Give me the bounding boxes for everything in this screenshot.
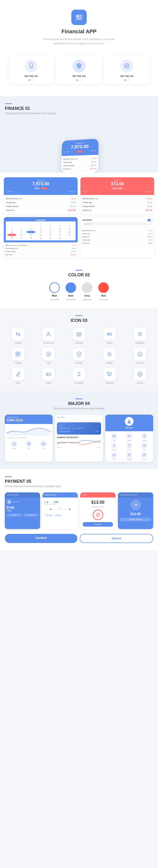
weekday: T	[27, 223, 36, 224]
svg-point-46	[143, 454, 145, 456]
calendar-screen: JANUARY S M T W T F S 1	[4, 217, 78, 258]
pay-action-btn2[interactable]: Request	[23, 514, 38, 517]
pay-action-btn[interactable]: Send	[7, 514, 22, 517]
security-icon-small	[128, 444, 131, 447]
cal-row-label: Bank Cash	[5, 254, 12, 255]
svg-point-45	[130, 456, 130, 456]
act-title: ACTIVITY	[82, 219, 92, 221]
cal-row-val: -$7.35	[72, 245, 76, 246]
icon-label: Tickets	[106, 342, 112, 344]
icon-box: %	[134, 348, 146, 361]
sc-row: Transfer App+$7.30	[82, 201, 152, 205]
integral-icon	[15, 351, 21, 357]
cal-day: 25	[65, 234, 74, 236]
act-row-val: -$,057.06	[147, 236, 153, 238]
personal-item-label: Shopping	[127, 459, 132, 460]
svg-rect-25	[46, 373, 51, 376]
weekday: S	[65, 223, 74, 224]
confirm-button[interactable]: Confirm	[5, 534, 77, 543]
cancel-button[interactable]: Cancel	[80, 534, 153, 543]
sc-row: Creative Studios+$17.00	[6, 205, 76, 208]
cal-day	[7, 225, 16, 227]
weekday: S	[7, 223, 16, 224]
row-label: Amazon Inc	[63, 168, 71, 170]
accent-bar	[75, 315, 83, 316]
personal-item: Card	[107, 433, 121, 441]
personal-item: Shopping	[122, 452, 136, 460]
phone-row: Amazon Inc-$377.00	[63, 167, 96, 171]
icon-item-exchange: Exchange	[66, 368, 92, 384]
color-item-grey: Grey #E0E0E0	[82, 282, 92, 301]
cal-day: 22	[36, 234, 45, 236]
card-screen-body: VISA 4200 •••• •••• 5678 CARD HOLDER 12/…	[55, 421, 103, 451]
icon-item-discount: % Discount	[126, 348, 153, 364]
accent-bar	[5, 103, 12, 104]
loan-icon: ¥	[45, 351, 52, 357]
transfer-icon-circle	[130, 499, 141, 510]
cal-day: 20	[17, 234, 26, 236]
major-icon-circle	[26, 440, 32, 447]
icon-label: Collection	[136, 342, 144, 344]
cal-day: 5	[7, 228, 16, 230]
svg-point-27	[50, 374, 50, 375]
sc-row: Transfer App+$1.30	[6, 201, 76, 205]
card-val2: 16,847	[96, 447, 101, 448]
payment05-desc: Choose financial investment advisers, pr…	[5, 485, 153, 488]
finance01-section: FINANCE 01 Choose good investment advise…	[0, 96, 158, 173]
svg-text:$: $	[79, 65, 80, 67]
cal-day: 2	[46, 225, 55, 227]
dot	[128, 80, 129, 81]
sc-amount: 7,973.00	[6, 181, 75, 186]
icon-box	[134, 368, 146, 380]
personal-grid: Card Transfer Settings	[106, 431, 153, 462]
cal-row: Galaxy Watch 2021+$5.55	[5, 247, 76, 250]
app-description: Choose good investment advisers and comp…	[41, 37, 117, 45]
act-toggle[interactable]	[148, 219, 152, 221]
act-search[interactable]: SEARCH	[82, 222, 152, 225]
svg-rect-13	[77, 333, 81, 336]
major04-title: MAJOR 04	[5, 401, 153, 406]
pay-now-btn[interactable]: Pay Now	[83, 522, 113, 527]
svg-rect-1	[77, 16, 79, 17]
card-item-3: ON THE GO	[105, 55, 149, 84]
cal-day	[27, 225, 36, 227]
spend-footer-label: LAST WEEK CONSUMPTION	[7, 437, 26, 438]
act-row-label: Transfer App	[82, 233, 90, 235]
sc-row-val: +$7.30	[147, 202, 152, 203]
spend-footer: LAST WEEK CONSUMPTION	[7, 437, 51, 438]
pay-from: L.A	[44, 501, 48, 503]
pay-amount: $740	[7, 506, 38, 509]
settings-icon	[106, 351, 113, 357]
cal-day: 23	[46, 234, 55, 236]
accent-bar	[75, 399, 83, 399]
sc-sub2: 3,747.32	[69, 191, 75, 192]
security-icon	[76, 351, 82, 357]
numbers-receipts: NUMBERS AND RECEIPTS	[57, 437, 101, 438]
icon-label: Discount	[136, 362, 144, 364]
transfer-confirm-btn[interactable]: Confirm Transfer	[120, 518, 151, 521]
dot	[76, 80, 78, 81]
svg-rect-31	[13, 443, 15, 445]
dot	[78, 80, 79, 81]
sc-row-val: +10.00	[147, 206, 152, 207]
svg-rect-8	[30, 64, 32, 66]
card-chart	[57, 438, 101, 447]
sc-sub1: 173.30	[83, 191, 88, 192]
price-header: PRICE	[80, 492, 116, 497]
major04-section: MAJOR 04 Choose good investment advisers…	[0, 391, 158, 469]
card-icon-1	[25, 60, 38, 72]
finance01-title: FINANCE 01	[5, 106, 153, 111]
color-item-red: Red #FF5042	[98, 282, 109, 301]
major-icon-item: Home	[11, 440, 17, 449]
loan-icon-small: ¥	[143, 444, 146, 447]
icon-box	[12, 328, 24, 340]
icon-label: My Account	[44, 342, 53, 344]
cal-grid: S M T W T F S 1 2 3	[6, 221, 76, 241]
icon-item-draw: Draw	[5, 368, 32, 384]
cal-day	[17, 225, 26, 227]
color-circle-red	[98, 282, 109, 293]
icon03-section: ICON 03 Transfer My Account	[0, 308, 158, 391]
pay-to: JHB	[53, 501, 58, 503]
card-label-2: ON THE GO	[59, 75, 99, 78]
svg-point-35	[44, 444, 44, 445]
